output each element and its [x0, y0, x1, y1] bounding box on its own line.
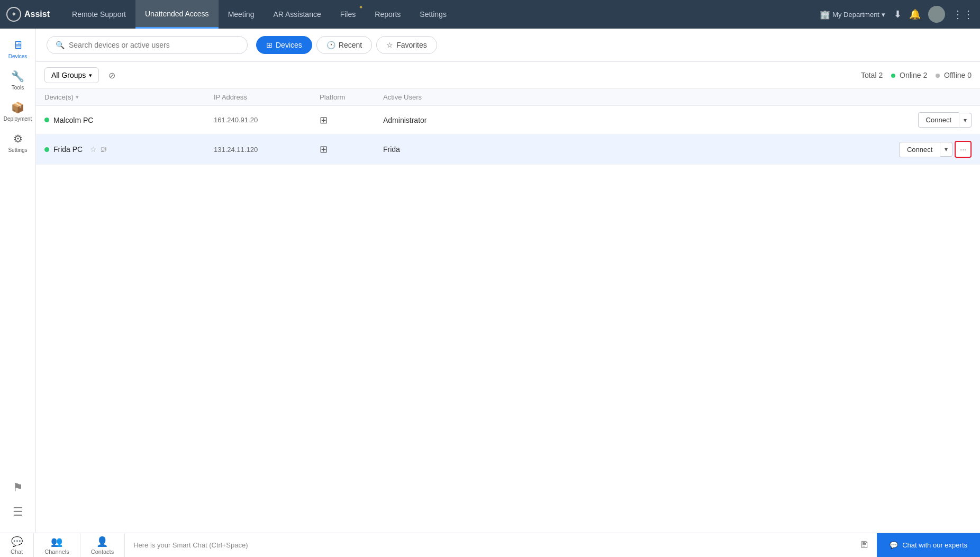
chat-icon: 💬 — [11, 536, 23, 547]
sidebar-item-settings[interactable]: ⚙ Settings — [2, 127, 34, 158]
sidebar-bottom: ⚑ ☰ — [8, 477, 28, 527]
bell-icon[interactable]: 🔔 — [909, 8, 921, 20]
group-selector[interactable]: All Groups ▾ — [44, 67, 99, 83]
sidebar-item-tools[interactable]: 🔧 Tools — [2, 65, 34, 96]
top-navigation: ✦ Assist Remote Support Unattended Acces… — [0, 0, 980, 29]
nav-item-meeting[interactable]: Meeting — [219, 0, 264, 29]
frida-platform: ⊞ — [320, 143, 383, 155]
terminal-icon[interactable]: 🖳 — [100, 145, 107, 154]
channels-icon: 👥 — [51, 536, 62, 547]
tab-devices-label: Devices — [276, 41, 302, 49]
col-header-active-users: Active Users — [383, 93, 887, 101]
table-header: Device(s) ▾ IP Address Platform Active U… — [36, 89, 980, 106]
department-selector[interactable]: 🏢 My Department ▾ — [820, 10, 885, 20]
frida-active-user: Frida — [383, 145, 887, 154]
frida-device-icons: ☆ 🖳 — [90, 145, 107, 154]
list-icon[interactable]: ☰ — [8, 501, 28, 523]
nav-right: 🏢 My Department ▾ ⬇ 🔔 ⋮⋮ — [820, 6, 974, 23]
nav-item-settings[interactable]: Settings — [410, 0, 456, 29]
frida-connect-actions: Connect ▾ ··· — [887, 141, 972, 158]
sidebar-item-devices[interactable]: 🖥 Devices — [2, 34, 34, 65]
smart-chat-icon[interactable]: 🖹 — [852, 540, 877, 551]
deployment-icon: 📦 — [11, 101, 24, 114]
tabs-row: ⊞ Devices 🕐 Recent ☆ Favorites — [256, 36, 437, 54]
content-area: 🔍 ⊞ Devices 🕐 Recent ☆ Favorites — [36, 29, 980, 533]
nav-items: Remote Support Unattended Access Meeting… — [62, 0, 820, 29]
frida-more-button[interactable]: ··· — [955, 141, 972, 158]
windows-icon-frida: ⊞ — [320, 144, 328, 155]
malcolm-ip: 161.240.91.20 — [214, 116, 320, 124]
col-header-device: Device(s) ▾ — [44, 93, 214, 101]
device-name-malcolm: Malcolm PC — [44, 116, 214, 124]
chat-experts-button[interactable]: 💬 Chat with our experts — [877, 533, 980, 557]
stats-row: Total 2 Online 2 Offline 0 — [861, 71, 972, 79]
bottom-bar: 💬 Chat 👥 Channels 👤 Contacts Here is you… — [0, 533, 980, 557]
col-header-platform: Platform — [320, 93, 383, 101]
tab-devices[interactable]: ⊞ Devices — [256, 36, 312, 54]
sidebar-label-devices: Devices — [8, 53, 28, 59]
tab-favorites-icon: ☆ — [386, 41, 393, 49]
app-logo[interactable]: ✦ Assist — [6, 7, 50, 22]
device-table: Device(s) ▾ IP Address Platform Active U… — [36, 89, 980, 533]
chevron-down-icon: ▾ — [964, 116, 967, 124]
channels-label: Channels — [44, 549, 69, 555]
search-input[interactable] — [69, 41, 239, 49]
group-label: All Groups — [51, 71, 86, 79]
tab-recent-icon: 🕐 — [326, 41, 335, 49]
grid-menu-icon[interactable]: ⋮⋮ — [952, 8, 974, 21]
chat-label: Chat — [11, 549, 23, 555]
table-row: Frida PC ☆ 🖳 131.24.11.120 ⊞ Frida Conne… — [36, 134, 980, 165]
devices-icon: 🖥 — [13, 39, 23, 51]
sidebar-label-settings: Settings — [8, 147, 27, 153]
malcolm-connect-actions: Connect ▾ — [887, 112, 972, 128]
malcolm-connect-dropdown[interactable]: ▾ — [959, 113, 972, 128]
offline-stat: Offline 0 — [936, 71, 972, 79]
filter-bar: All Groups ▾ ⊘ Total 2 Online 2 Offline … — [36, 62, 980, 89]
nav-item-unattended-access[interactable]: Unattended Access — [135, 0, 219, 29]
avatar[interactable] — [928, 6, 945, 23]
frida-connect-dropdown[interactable]: ▾ — [940, 142, 952, 157]
frida-ip: 131.24.11.120 — [214, 146, 320, 154]
logo-icon: ✦ — [6, 7, 21, 22]
files-badge: ✦ — [359, 4, 363, 10]
app-name: Assist — [24, 10, 50, 19]
bottom-tab-chat[interactable]: 💬 Chat — [0, 533, 34, 557]
sidebar-label-tools: Tools — [12, 85, 24, 91]
left-sidebar: 🖥 Devices 🔧 Tools 📦 Deployment ⚙ Setting… — [0, 29, 36, 533]
windows-icon-malcolm: ⊞ — [320, 115, 328, 125]
tab-favorites[interactable]: ☆ Favorites — [376, 36, 437, 54]
chevron-down-icon: ▾ — [945, 146, 948, 153]
nav-item-files[interactable]: Files ✦ — [331, 0, 366, 29]
tab-favorites-label: Favorites — [396, 41, 427, 49]
online-status-frida — [44, 147, 49, 152]
smart-chat-text: Here is your Smart Chat (Ctrl+Space) — [125, 541, 852, 549]
bottom-tab-channels[interactable]: 👥 Channels — [34, 533, 80, 557]
online-stat: Online 2 — [891, 71, 927, 79]
tab-recent-label: Recent — [339, 41, 362, 49]
star-icon[interactable]: ☆ — [90, 145, 97, 154]
nav-item-ar-assistance[interactable]: AR Assistance — [264, 0, 330, 29]
bottom-tab-contacts[interactable]: 👤 Contacts — [80, 533, 125, 557]
flag-icon[interactable]: ⚑ — [8, 477, 28, 499]
frida-connect-button[interactable]: Connect — [899, 142, 940, 157]
tab-recent[interactable]: 🕐 Recent — [316, 36, 372, 54]
chat-experts-icon: 💬 — [890, 541, 898, 549]
download-icon[interactable]: ⬇ — [894, 8, 902, 20]
malcolm-connect-button[interactable]: Connect — [918, 112, 959, 128]
nav-item-remote-support[interactable]: Remote Support — [62, 0, 135, 29]
tab-devices-icon: ⊞ — [266, 41, 273, 49]
sort-arrow-icon: ▾ — [76, 94, 79, 101]
malcolm-platform: ⊞ — [320, 114, 383, 126]
device-area: All Groups ▾ ⊘ Total 2 Online 2 Offline … — [36, 62, 980, 533]
main-layout: 🖥 Devices 🔧 Tools 📦 Deployment ⚙ Setting… — [0, 29, 980, 533]
filter-icon[interactable]: ⊘ — [104, 68, 120, 83]
department-name: My Department — [832, 11, 879, 19]
online-status-malcolm — [44, 118, 49, 122]
department-icon: 🏢 — [820, 10, 830, 20]
table-row: Malcolm PC 161.240.91.20 ⊞ Administrator… — [36, 106, 980, 134]
tools-icon: 🔧 — [11, 70, 24, 83]
nav-item-reports[interactable]: Reports — [365, 0, 410, 29]
total-stat: Total 2 — [861, 71, 883, 79]
sidebar-item-deployment[interactable]: 📦 Deployment — [2, 96, 34, 127]
search-box[interactable]: 🔍 — [47, 36, 248, 54]
